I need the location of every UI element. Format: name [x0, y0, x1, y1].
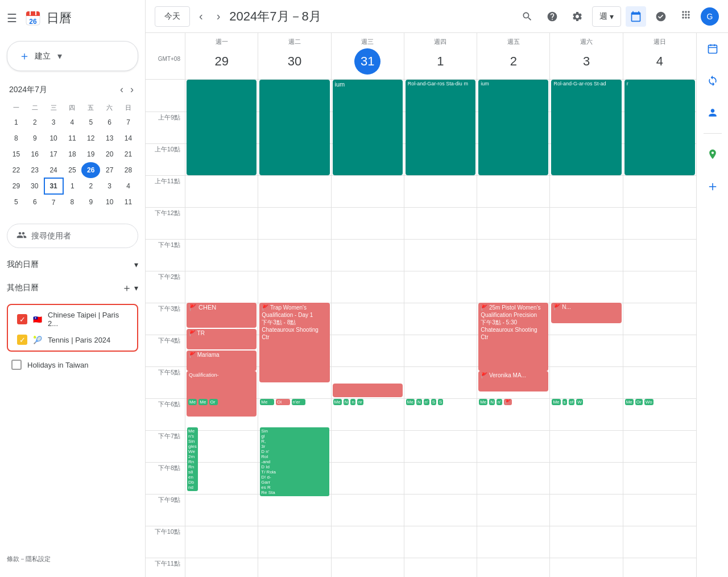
right-panel-user-icon[interactable]: [701, 101, 724, 124]
user-avatar[interactable]: G: [701, 7, 719, 26]
mini-cal-day[interactable]: 6: [100, 114, 119, 130]
day-num-29[interactable]: 29: [209, 48, 235, 75]
mini-cal-day[interactable]: 12: [81, 130, 100, 146]
calendar-checkbox-holidays[interactable]: [11, 360, 22, 370]
mini-cal-day[interactable]: 2: [81, 178, 100, 194]
calendar-item-chinese-taipei[interactable]: ✓ 🇹🇼 Chinese Taipei | Paris 2...: [13, 307, 133, 331]
mini-cal-day[interactable]: 27: [100, 162, 119, 178]
settings-button[interactable]: [567, 6, 588, 27]
event-teal-30[interactable]: [259, 80, 329, 175]
mini-cal-day[interactable]: 10: [44, 130, 63, 146]
tennis-event-29-3[interactable]: Or: [209, 399, 218, 405]
tennis-event-4-3[interactable]: Wo: [644, 399, 653, 405]
mini-cal-day[interactable]: 20: [100, 146, 119, 162]
mini-cal-day[interactable]: 4: [119, 178, 138, 194]
mini-cal-day[interactable]: 4: [63, 114, 82, 130]
tennis-event-2-1[interactable]: Me: [479, 399, 487, 405]
event-teal-2[interactable]: ium: [478, 80, 548, 175]
apps-button[interactable]: [676, 5, 696, 28]
right-panel-refresh-icon[interactable]: [701, 69, 724, 92]
tennis-event-29-2[interactable]: Me: [198, 399, 207, 405]
mini-cal-day[interactable]: 28: [119, 162, 138, 178]
mini-cal-day[interactable]: 11: [119, 194, 138, 210]
mini-cal-day[interactable]: 18: [63, 146, 82, 162]
mini-cal-day[interactable]: 8: [7, 130, 26, 146]
mini-cal-day[interactable]: 8: [63, 194, 82, 210]
search-users-field[interactable]: 搜尋使用者: [7, 224, 138, 248]
tennis-event-1-4[interactable]: S: [431, 399, 436, 405]
tennis-event-30-1[interactable]: Me: [260, 399, 274, 405]
my-calendar-header[interactable]: 我的日曆 ▾: [7, 257, 138, 272]
tennis-event-30-3[interactable]: n'er: [292, 399, 306, 405]
mini-cal-day[interactable]: 17: [44, 146, 63, 162]
event-teal-4[interactable]: r: [624, 80, 695, 175]
tennis-event-1-2[interactable]: N: [416, 399, 422, 405]
event-mariama-29[interactable]: 🚩 Mariama: [187, 351, 257, 371]
tennis-event-31-2[interactable]: N: [344, 399, 349, 405]
tennis-event-4-1[interactable]: Me: [625, 399, 634, 405]
mini-cal-day[interactable]: 3: [44, 114, 63, 130]
today-button[interactable]: 今天: [155, 6, 190, 27]
mini-cal-day[interactable]: 7: [44, 194, 63, 210]
tasks-view-button[interactable]: [651, 6, 671, 27]
event-qual-29[interactable]: Qua­lific­atio­n-: [187, 371, 257, 417]
calendar-checkbox-tennis[interactable]: ✓: [17, 335, 27, 345]
mini-cal-day[interactable]: 24: [44, 162, 63, 178]
tennis-event-2-2[interactable]: N: [489, 399, 495, 405]
mini-cal-day[interactable]: 5: [81, 114, 100, 130]
event-teal-29[interactable]: [187, 80, 257, 175]
event-n-3[interactable]: 🚩 N...: [551, 303, 621, 323]
day-num-4[interactable]: 4: [647, 48, 673, 75]
tennis-event-2-4[interactable]: 🚩: [504, 399, 512, 405]
tennis-event-3-3[interactable]: of: [569, 399, 575, 405]
event-teal-1[interactable]: Rol-and-Gar-ros Sta-diu m: [406, 80, 475, 175]
mini-cal-day[interactable]: 16: [26, 146, 44, 162]
mini-cal-day[interactable]: 9: [26, 130, 44, 146]
mini-cal-day[interactable]: 25: [63, 162, 82, 178]
mini-cal-day[interactable]: 31: [44, 178, 63, 194]
tennis-event-4-2[interactable]: Or: [635, 399, 643, 405]
tennis-event-1-3[interactable]: n': [424, 399, 429, 405]
event-veronika-2[interactable]: 🚩 Veronika MA...: [478, 371, 548, 391]
event-chen-29[interactable]: 🚩 CHEN: [187, 303, 257, 328]
calendar-view-button[interactable]: [626, 6, 646, 27]
mini-cal-day[interactable]: 9: [81, 194, 100, 210]
event-tr-29[interactable]: 🚩 TR: [187, 329, 257, 349]
event-pistol-2[interactable]: 🚩 25m Pistol Women's Qualification Preci…: [478, 303, 548, 371]
tennis-event-31-4[interactable]: nr: [357, 399, 363, 405]
right-panel-maps-icon[interactable]: [701, 143, 724, 166]
day-num-2[interactable]: 2: [500, 48, 527, 75]
tennis-event-3-2[interactable]: s: [562, 399, 567, 405]
mini-cal-day[interactable]: 6: [26, 194, 44, 210]
calendar-item-holidays[interactable]: Holidays in Taiwan: [7, 356, 138, 373]
mini-cal-day[interactable]: 14: [119, 130, 138, 146]
mini-cal-next-button[interactable]: ›: [128, 83, 136, 97]
tennis-detail-29[interactable]: Men'sSinglesWe2mRnRns8enDbnd: [187, 427, 198, 491]
tennis-event-3-4[interactable]: W: [576, 399, 583, 405]
other-calendar-add-icon[interactable]: ＋: [122, 281, 132, 295]
tennis-detail-30[interactable]: SinglR,3rD n'Rol-andD IdT/ RolaD! d-Garr…: [259, 427, 329, 497]
mini-cal-day[interactable]: 29: [7, 178, 26, 194]
mini-cal-day[interactable]: 23: [26, 162, 44, 178]
tennis-event-30-2[interactable]: Ol: [276, 399, 290, 405]
mini-cal-day[interactable]: 21: [119, 146, 138, 162]
mini-cal-day[interactable]: 26: [81, 162, 100, 178]
mini-cal-day[interactable]: 2: [26, 114, 44, 130]
right-panel-calendar-icon[interactable]: [701, 38, 724, 60]
mini-cal-day[interactable]: 10: [100, 194, 119, 210]
next-week-button[interactable]: ›: [212, 6, 225, 26]
mini-cal-day[interactable]: 13: [100, 130, 119, 146]
event-small-31[interactable]: [333, 384, 403, 397]
tennis-event-1-5[interactable]: S: [438, 399, 443, 405]
calendar-scroll-area[interactable]: 上午9點 上午10點 上午11點 下午12點 下午1點 下午2點 下午3點 下午…: [146, 80, 696, 577]
event-teal-31[interactable]: ium: [333, 80, 403, 175]
mini-cal-day[interactable]: 1: [63, 178, 82, 194]
event-trap-30[interactable]: 🚩 Trap Women's Qualification - Day 1下午3點…: [259, 303, 329, 382]
mini-cal-day[interactable]: 7: [119, 114, 138, 130]
calendar-checkbox-chinese-taipei[interactable]: ✓: [17, 314, 27, 324]
event-teal-3[interactable]: Rol-and-G-ar-ros St-ad: [551, 80, 621, 175]
mini-cal-day[interactable]: 22: [7, 162, 26, 178]
mini-cal-day[interactable]: 5: [7, 194, 26, 210]
mini-cal-day[interactable]: 1: [7, 114, 26, 130]
tennis-event-3-1[interactable]: Me: [552, 399, 560, 405]
